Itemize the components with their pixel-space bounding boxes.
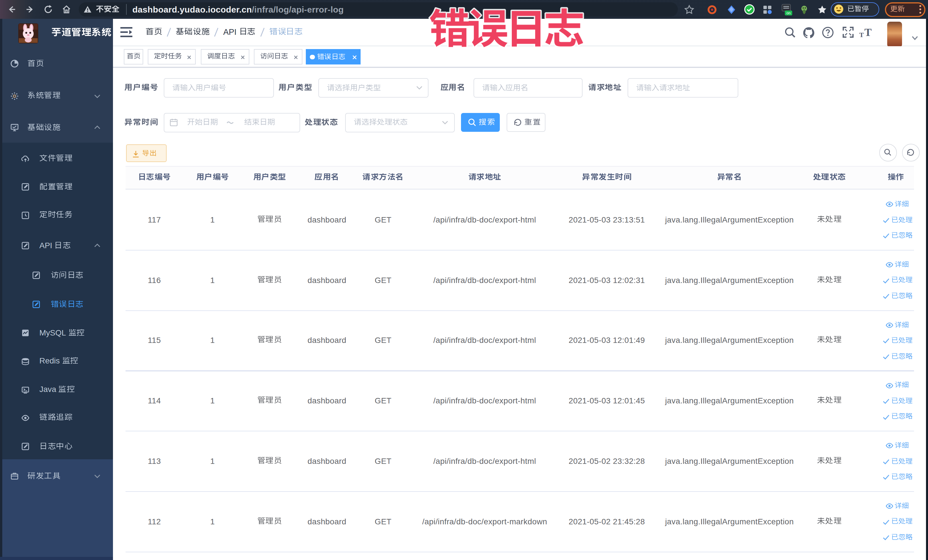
svg-text:on: on [786, 11, 791, 15]
